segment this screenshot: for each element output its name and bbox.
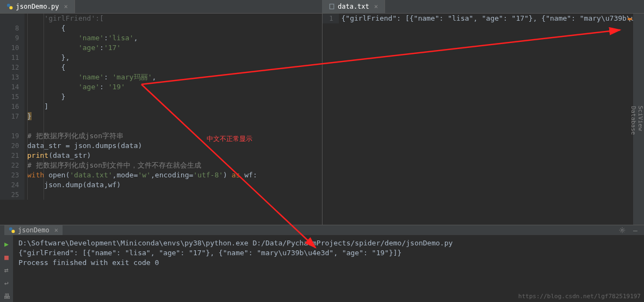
line-gutter: 1 (323, 14, 339, 23)
tab-datatxt[interactable]: data.txt × (322, 0, 385, 13)
close-icon[interactable]: × (374, 3, 378, 10)
wrap-icon[interactable]: ↩ (2, 279, 11, 287)
tab-label: jsonDemo.py (16, 3, 59, 10)
code-content[interactable]: 'girlFriend':[ { 'name':'lisa', 'age':'1… (24, 14, 322, 200)
text-file-icon (329, 3, 335, 10)
console-body: ▶ ■ ⇄ ↩ 🖶 🗑 D:\Software\Development\Mini… (0, 235, 644, 302)
print-icon[interactable]: 🖶 (2, 292, 11, 300)
line-gutter: 8 9 10 11 12 13 14 15 16 17 19 20 21 22 … (0, 14, 24, 200)
editor-tabs-bar: jsonDemo.py × data.txt × (0, 0, 644, 14)
editor-right[interactable]: 1 {"girlFriend": [{"name": "lisa", "age"… (322, 14, 645, 225)
watermark: https://blog.csdn.net/lgf782519197 (518, 293, 641, 300)
console-tab-bar: jsonDemo × — (0, 225, 644, 235)
svg-point-5 (621, 229, 623, 231)
console-tab-label: jsonDemo (18, 226, 49, 234)
output-line: D:\Software\Development\Miniconda\envs\p… (18, 238, 639, 248)
svg-rect-2 (330, 4, 334, 9)
output-line: {"girlFriend": [{"name": "lisa", "age": … (18, 248, 639, 258)
minimize-icon[interactable]: — (631, 226, 640, 235)
console-panel: jsonDemo × — ▶ ■ ⇄ ↩ 🖶 🗑 D:\Software\Dev… (0, 225, 644, 302)
editor-split: 8 9 10 11 12 13 14 15 16 17 19 20 21 22 … (0, 14, 644, 225)
output-line: Process finished with exit code 0 (18, 258, 639, 268)
rerun-icon[interactable]: ▶ (2, 239, 11, 248)
close-icon[interactable]: × (64, 3, 67, 10)
console-output[interactable]: D:\Software\Development\Miniconda\envs\p… (13, 235, 644, 302)
tab-label: data.txt (338, 3, 369, 10)
gear-icon[interactable] (618, 226, 627, 235)
svg-point-4 (11, 230, 15, 233)
sciview-tab[interactable]: SciView (637, 16, 644, 220)
right-tool-rail: SciView Database (633, 14, 644, 225)
annotation-text: 中文不正常显示 (207, 134, 252, 144)
stop-icon[interactable]: ■ (2, 252, 11, 261)
code-content[interactable]: {"girlFriend": [{"name": "lisa", "age": … (339, 14, 645, 23)
svg-point-1 (9, 6, 13, 9)
console-tab[interactable]: jsonDemo × (4, 225, 63, 235)
svg-point-3 (9, 227, 13, 231)
python-icon (7, 3, 13, 10)
editor-left[interactable]: 8 9 10 11 12 13 14 15 16 17 19 20 21 22 … (0, 14, 322, 225)
close-icon[interactable]: × (54, 226, 58, 234)
layout-icon[interactable]: ⇄ (2, 266, 11, 274)
python-icon (9, 227, 15, 233)
tab-jsondemo[interactable]: jsonDemo.py × (0, 0, 75, 13)
database-tab[interactable]: Database (630, 16, 637, 225)
svg-point-0 (7, 4, 10, 7)
console-toolbar: ▶ ■ ⇄ ↩ 🖶 🗑 (0, 235, 13, 302)
